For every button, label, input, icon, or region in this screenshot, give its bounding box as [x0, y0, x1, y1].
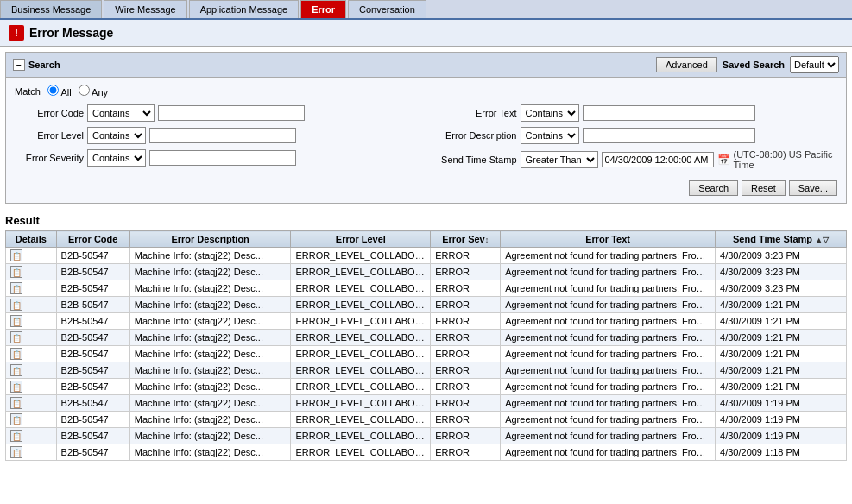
- error-level-row: Error Level ContainsEquals: [15, 127, 422, 144]
- cell-detail: 📋: [6, 313, 57, 330]
- cell-error-code: B2B-50547: [56, 297, 129, 313]
- col-header-send-time[interactable]: Send Time Stamp ▲▽: [716, 231, 847, 248]
- search-button[interactable]: Search: [689, 180, 738, 196]
- tab-conversation[interactable]: Conversation: [348, 0, 426, 18]
- cell-error-desc: Machine Info: (staqj22) Desc...: [129, 395, 291, 412]
- cell-error-code: B2B-50547: [56, 264, 129, 280]
- cell-error-desc: Machine Info: (staqj22) Desc...: [129, 379, 291, 395]
- send-time-stamp-op-select[interactable]: Greater ThanLess ThanEquals: [521, 151, 598, 168]
- advanced-button[interactable]: Advanced: [656, 57, 717, 72]
- collapse-button[interactable]: −: [13, 59, 25, 71]
- cell-error-code: B2B-50547: [56, 330, 129, 346]
- cell-send-time: 4/30/2009 1:21 PM: [716, 346, 847, 362]
- detail-icon[interactable]: 📋: [10, 430, 22, 442]
- error-description-input[interactable]: [583, 128, 755, 143]
- cell-detail: 📋: [6, 248, 57, 264]
- cell-error-severity: ERROR: [431, 280, 501, 297]
- cell-error-text: Agreement not found for trading partners…: [501, 379, 716, 395]
- send-time-stamp-label: Send Time Stamp: [431, 154, 517, 165]
- error-level-label: Error Level: [15, 130, 84, 141]
- table-row: 📋B2B-50547Machine Info: (staqj22) Desc..…: [6, 379, 847, 395]
- col-header-error-severity[interactable]: Error Sev↕: [431, 231, 501, 248]
- save-button[interactable]: Save...: [789, 180, 837, 196]
- error-level-input[interactable]: [149, 128, 296, 143]
- cell-send-time: 4/30/2009 1:21 PM: [716, 297, 847, 313]
- table-row: 📋B2B-50547Machine Info: (staqj22) Desc..…: [6, 444, 847, 461]
- tab-application-message[interactable]: Application Message: [189, 0, 300, 18]
- result-section: Result Details Error Code Error Descript…: [0, 209, 852, 466]
- cell-send-time: 4/30/2009 1:19 PM: [716, 412, 847, 428]
- cell-send-time: 4/30/2009 1:21 PM: [716, 330, 847, 346]
- cell-error-desc: Machine Info: (staqj22) Desc...: [129, 412, 291, 428]
- col-header-error-description[interactable]: Error Description: [129, 231, 291, 248]
- col-header-error-code[interactable]: Error Code: [56, 231, 129, 248]
- cell-error-level: ERROR_LEVEL_COLLABORA...: [291, 395, 431, 412]
- error-severity-op-select[interactable]: ContainsEquals: [87, 149, 146, 167]
- cell-error-desc: Machine Info: (staqj22) Desc...: [129, 313, 291, 330]
- cell-error-level: ERROR_LEVEL_COLLABORA...: [291, 280, 431, 297]
- cell-error-code: B2B-50547: [56, 313, 129, 330]
- error-description-op-select[interactable]: ContainsEquals: [521, 127, 579, 144]
- detail-icon[interactable]: 📋: [10, 266, 22, 278]
- result-tbody: 📋B2B-50547Machine Info: (staqj22) Desc..…: [6, 248, 847, 461]
- error-code-input[interactable]: [158, 105, 305, 121]
- match-all-radio[interactable]: [47, 85, 59, 96]
- cell-detail: 📋: [6, 444, 57, 461]
- detail-icon[interactable]: 📋: [10, 381, 22, 393]
- detail-icon[interactable]: 📋: [10, 249, 22, 261]
- detail-icon[interactable]: 📋: [10, 331, 22, 343]
- tab-business-message[interactable]: Business Message: [0, 0, 102, 18]
- cell-error-level: ERROR_LEVEL_COLLABORA...: [291, 264, 431, 280]
- cell-error-level: ERROR_LEVEL_COLLABORA...: [291, 412, 431, 428]
- error-code-op-select[interactable]: ContainsEqualsStarts With: [87, 104, 155, 122]
- error-code-row: Error Code ContainsEqualsStarts With: [15, 104, 422, 122]
- detail-icon[interactable]: 📋: [10, 446, 22, 458]
- error-severity-input[interactable]: [149, 150, 296, 166]
- detail-icon[interactable]: 📋: [10, 348, 22, 360]
- cell-error-level: ERROR_LEVEL_COLLABORA...: [291, 248, 431, 264]
- col-header-error-level[interactable]: Error Level: [291, 231, 431, 248]
- cell-error-text: Agreement not found for trading partners…: [501, 346, 716, 362]
- cell-error-desc: Machine Info: (staqj22) Desc...: [129, 330, 291, 346]
- error-code-label: Error Code: [15, 108, 84, 118]
- tab-wire-message[interactable]: Wire Message: [104, 0, 186, 18]
- error-text-input[interactable]: [583, 105, 755, 121]
- cell-error-text: Agreement not found for trading partners…: [501, 362, 716, 379]
- page-title: Error Message: [29, 26, 113, 40]
- send-time-stamp-input[interactable]: [602, 152, 714, 167]
- result-table: Details Error Code Error Description Err…: [5, 230, 847, 461]
- cell-error-severity: ERROR: [431, 330, 501, 346]
- cell-error-severity: ERROR: [431, 313, 501, 330]
- tab-error[interactable]: Error: [300, 0, 346, 18]
- reset-button[interactable]: Reset: [742, 180, 786, 196]
- cell-error-code: B2B-50547: [56, 444, 129, 461]
- search-panel-header-right: Advanced Saved Search Default: [656, 56, 839, 73]
- detail-icon[interactable]: 📋: [10, 397, 22, 409]
- cell-error-desc: Machine Info: (staqj22) Desc...: [129, 444, 291, 461]
- detail-icon[interactable]: 📋: [10, 413, 22, 425]
- error-text-op-select[interactable]: ContainsEquals: [521, 104, 579, 122]
- detail-icon[interactable]: 📋: [10, 364, 22, 376]
- match-any-label[interactable]: Any: [79, 85, 108, 98]
- detail-icon[interactable]: 📋: [10, 315, 22, 327]
- error-level-op-select[interactable]: ContainsEquals: [87, 127, 146, 144]
- cell-detail: 📋: [6, 297, 57, 313]
- cell-error-text: Agreement not found for trading partners…: [501, 428, 716, 444]
- search-buttons: Search Reset Save...: [6, 177, 846, 203]
- table-row: 📋B2B-50547Machine Info: (staqj22) Desc..…: [6, 264, 847, 280]
- svg-text:!: !: [15, 28, 18, 38]
- cell-error-severity: ERROR: [431, 297, 501, 313]
- cell-send-time: 4/30/2009 1:21 PM: [716, 313, 847, 330]
- detail-icon[interactable]: 📋: [10, 282, 22, 294]
- cell-error-severity: ERROR: [431, 428, 501, 444]
- calendar-icon[interactable]: 📅: [717, 154, 730, 166]
- saved-search-select[interactable]: Default: [790, 56, 839, 73]
- cell-error-severity: ERROR: [431, 248, 501, 264]
- col-header-error-text[interactable]: Error Text: [501, 231, 716, 248]
- match-all-label[interactable]: All: [47, 85, 72, 98]
- detail-icon[interactable]: 📋: [10, 299, 22, 311]
- cell-detail: 📋: [6, 395, 57, 412]
- match-any-radio[interactable]: [79, 85, 90, 96]
- cell-error-text: Agreement not found for trading partners…: [501, 297, 716, 313]
- timezone-text: (UTC-08:00) US Pacific Time: [734, 149, 838, 170]
